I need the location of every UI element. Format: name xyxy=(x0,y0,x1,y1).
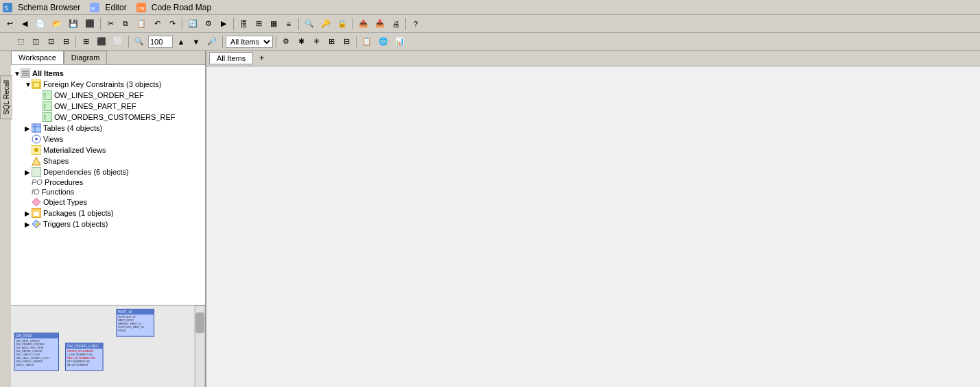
expand-root[interactable]: ▼ xyxy=(14,70,21,77)
fk-1-label: OW_LINES_ORDER_REF xyxy=(54,91,144,99)
tab-workspace[interactable]: Workspace xyxy=(11,51,64,64)
menu-code-road-map[interactable]: Code Road Map xyxy=(149,3,214,12)
tables-label: Tables (4 objects) xyxy=(43,124,102,132)
fk-folder[interactable]: ▼ Foreign Key Constraints (3 objects) xyxy=(25,79,202,90)
table-btn[interactable]: ⊞ xyxy=(252,17,265,31)
fk-item-3[interactable]: f OW_ORDERS_CUSTOMERS_REF xyxy=(36,112,202,123)
redo-btn[interactable]: ↷ xyxy=(165,17,179,31)
deps-expand[interactable]: ▶ xyxy=(25,168,32,176)
shapes-folder[interactable]: Shapes xyxy=(25,155,202,166)
toolbar2-btn7[interactable]: ⬜ xyxy=(110,35,126,49)
func-folder[interactable]: fO Functions xyxy=(25,187,202,197)
fk2-icon: f xyxy=(43,101,52,111)
fk-3-label: OW_ORDERS_CUSTOMERS_REF xyxy=(54,113,175,121)
minimap: PART_ID SUPPLIER_ID PART_DESC PARENT_PAR… xyxy=(11,305,205,387)
sep5 xyxy=(352,18,353,30)
compile-btn[interactable]: ⚙ xyxy=(202,17,215,31)
items-dropdown[interactable]: All Items xyxy=(226,36,273,48)
zoom-input[interactable]: 100 xyxy=(148,36,173,48)
refresh-btn[interactable]: 🔄 xyxy=(185,17,200,31)
tables-folder[interactable]: ▶ Tables (4 objects) xyxy=(25,123,202,134)
export-btn[interactable]: 📤 xyxy=(356,17,371,31)
deps-folder[interactable]: ▶ Dependencies (6 objects) xyxy=(25,166,202,177)
fk-group: ▼ Foreign Key Constraints (3 objects) f … xyxy=(14,79,202,123)
toolbar2-btn15[interactable]: 📊 xyxy=(392,35,407,49)
proc-label: Procedures xyxy=(45,178,83,186)
views-folder[interactable]: Views xyxy=(25,134,202,145)
toolbar2-btn10[interactable]: ✳ xyxy=(309,35,323,49)
func-f-icon: fO xyxy=(32,188,40,196)
toolbar2-btn14[interactable]: 🌐 xyxy=(376,35,391,49)
menu-editor[interactable]: Editor xyxy=(102,3,129,12)
menu-schema-browser[interactable]: Schema Browser xyxy=(15,3,83,12)
left-panel: Workspace Diagram ▼ All Items ▼ Foreign … xyxy=(11,51,206,387)
new-file-btn[interactable]: 📄 xyxy=(33,17,48,31)
toolbar2-zoom-out[interactable]: 🔍 xyxy=(132,35,147,49)
fk-expand[interactable]: ▼ xyxy=(25,81,32,88)
save-all-btn[interactable]: ⬛ xyxy=(82,17,97,31)
svg-text:PART_ID: PART_ID xyxy=(118,310,132,314)
run-btn[interactable]: ▶ xyxy=(217,17,230,31)
fk-folder-label: Foreign Key Constraints (3 objects) xyxy=(43,80,161,88)
packages-expand[interactable]: ▶ xyxy=(25,210,32,217)
toolbar2-btn5[interactable]: ⊞ xyxy=(79,35,93,49)
func-group: fO Functions xyxy=(14,187,202,197)
proc-folder[interactable]: PO Procedures xyxy=(25,177,202,187)
toolbar2-zoom-in[interactable]: 🔎 xyxy=(204,35,219,49)
fk-item-2[interactable]: f OW_LINES_PART_REF xyxy=(36,101,202,112)
diagram-tab-all-items[interactable]: All Items xyxy=(209,52,253,64)
help-btn[interactable]: ? xyxy=(409,17,422,31)
sep2 xyxy=(182,18,182,30)
cut-btn[interactable]: ✂ xyxy=(104,17,117,31)
toolbar2-btn12[interactable]: ⊟ xyxy=(339,35,353,49)
diagram-tab-bar: All Items + xyxy=(206,51,980,66)
zoom-step-up[interactable]: ▲ xyxy=(174,35,188,49)
db-btn[interactable]: 🗄 xyxy=(237,17,250,31)
toolbar2-btn1[interactable]: ⬚ xyxy=(14,35,27,49)
svg-text:CR: CR xyxy=(138,6,145,11)
toolbar2-btn3[interactable]: ⊡ xyxy=(44,35,58,49)
triggers-icon: ⚡ xyxy=(32,219,41,229)
toolbar2-btn4[interactable]: ⊟ xyxy=(59,35,73,49)
new-btn[interactable]: ↩ xyxy=(3,17,16,31)
minimap-svg: PART_ID SUPPLIER_ID PART_DESC PARENT_PAR… xyxy=(11,305,205,387)
obj-types-folder[interactable]: Object Types xyxy=(25,197,202,208)
zoom-step-down[interactable]: ▼ xyxy=(189,35,203,49)
panel-tab-bar: Workspace Diagram xyxy=(11,51,205,65)
sep3 xyxy=(233,18,234,30)
packages-folder[interactable]: ▶ Packages (1 objects) xyxy=(25,208,202,219)
toolbar2-btn6[interactable]: ⬛ xyxy=(94,35,109,49)
toolbar2-btn13[interactable]: 📋 xyxy=(359,35,374,49)
save-btn[interactable]: 💾 xyxy=(66,17,81,31)
lock-btn[interactable]: 🔒 xyxy=(335,17,350,31)
print-btn[interactable]: 🖨 xyxy=(389,17,403,31)
triggers-expand[interactable]: ▶ xyxy=(25,221,32,228)
tree-root[interactable]: ▼ All Items xyxy=(14,68,202,79)
search-btn[interactable]: 🔍 xyxy=(302,17,317,31)
toolbar2-btn11[interactable]: ⊞ xyxy=(324,35,338,49)
arrow-btn[interactable]: ◀ xyxy=(18,17,32,31)
svg-marker-24 xyxy=(32,157,40,165)
tree-panel[interactable]: ▼ All Items ▼ Foreign Key Constraints (3… xyxy=(11,65,205,305)
import-btn[interactable]: 📥 xyxy=(372,17,387,31)
key-btn[interactable]: 🔑 xyxy=(318,17,333,31)
copy-btn[interactable]: ⧉ xyxy=(119,17,132,31)
triggers-folder[interactable]: ▶ ⚡ Triggers (1 objects) xyxy=(25,219,202,229)
fk-item-1[interactable]: f OW_LINES_ORDER_REF xyxy=(36,90,202,101)
list-btn[interactable]: ≡ xyxy=(282,17,296,31)
undo-btn[interactable]: ↶ xyxy=(150,17,164,31)
fk-2-label: OW_LINES_PART_REF xyxy=(54,102,136,110)
sql-recall-btn[interactable]: SQL Recall xyxy=(0,75,12,119)
toolbar2-btn9[interactable]: ✱ xyxy=(294,35,308,49)
add-diagram-tab-btn[interactable]: + xyxy=(254,52,269,64)
paste-btn[interactable]: 📋 xyxy=(134,17,149,31)
diagram-scroll[interactable]: [1,1] [2,1] xyxy=(206,66,980,387)
tables-expand[interactable]: ▶ xyxy=(25,125,32,132)
toolbar2-btn8[interactable]: ⚙ xyxy=(279,35,293,49)
tab-diagram[interactable]: Diagram xyxy=(64,51,108,64)
schema-browser-icon: S xyxy=(3,3,12,12)
toolbar2-btn2[interactable]: ◫ xyxy=(29,35,43,49)
grid-btn[interactable]: ▦ xyxy=(267,17,280,31)
mat-views-folder[interactable]: Materialized Views xyxy=(25,145,202,155)
open-btn[interactable]: 📂 xyxy=(49,17,64,31)
